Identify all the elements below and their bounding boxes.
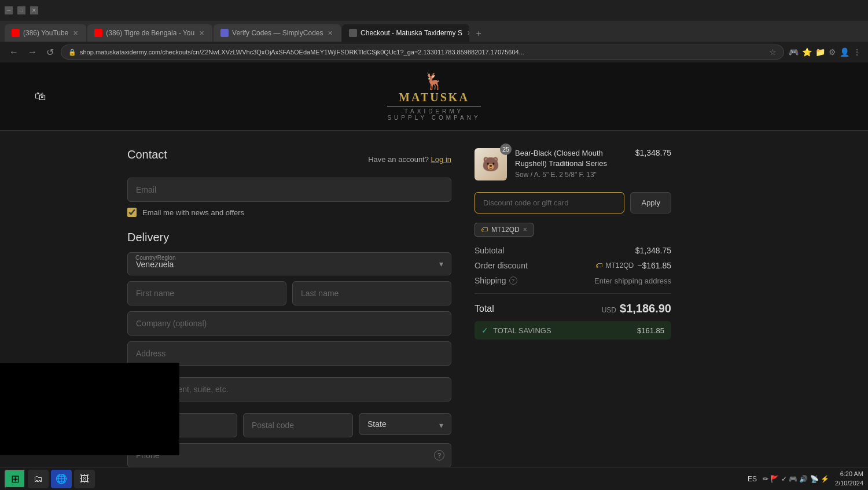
postal-input[interactable] [243, 413, 353, 437]
tab-sc-close[interactable]: ✕ [326, 28, 334, 38]
menu-icon[interactable]: ⋮ [853, 47, 861, 57]
savings-label: TOTAL SAVINGS [493, 326, 551, 335]
savings-icon: ✓ [481, 326, 488, 335]
login-link[interactable]: Log in [431, 155, 451, 164]
country-label: Country/Region [135, 255, 175, 261]
taskbar-icons: ✏ 🚩 ✓ 🎮 🔊 📡 ⚡ [763, 475, 829, 483]
newsletter-checkbox-row: Email me with news and offers [127, 208, 451, 217]
logo-subtitle2: SUPPLY COMPANY [387, 115, 480, 121]
address-bar-icons: ☆ [769, 47, 777, 57]
coupon-remove-button[interactable]: × [523, 226, 527, 234]
discount-amount: −$161.85 [637, 261, 671, 270]
tab-checkout[interactable]: Checkout - Matuska Taxidermy S ✕ [342, 24, 469, 42]
newsletter-checkbox[interactable] [127, 208, 137, 217]
checkout-layout: Contact Have an account? Log in Email me… [116, 131, 752, 490]
sc-icon [220, 29, 229, 37]
back-button[interactable]: ← [7, 46, 21, 58]
product-quantity-badge: 25 [500, 143, 512, 155]
ext-icon-1[interactable]: 🎮 [789, 47, 799, 57]
address-bar[interactable]: 🔒 shop.matuskataxidermy.com/checkouts/cn… [61, 45, 784, 60]
ext-icon-4[interactable]: ⚙ [829, 47, 836, 57]
total-amount: $1,186.90 [620, 302, 671, 315]
company-input[interactable] [127, 311, 451, 336]
first-name-input[interactable] [127, 281, 286, 305]
product-price: $1,348.75 [635, 148, 671, 157]
order-discount-label: Order discount [475, 261, 528, 270]
contact-title: Contact [127, 148, 167, 161]
tab-youtube2[interactable]: (386) Tigre de Bengala - You ✕ [87, 24, 212, 42]
newsletter-label: Email me with news and offers [142, 208, 244, 217]
taskbar: ⊞ 🗂 🌐 🖼 ES ✏ 🚩 ✓ 🎮 🔊 📡 ⚡ 6:20 AM 2/10/20… [0, 467, 868, 490]
shipping-row: Shipping ? Enter shipping address [475, 276, 671, 285]
discount-tag-icon: 🏷 [595, 261, 602, 270]
have-account-text: Have an account? Log in [368, 155, 451, 164]
subtotal-value: $1,348.75 [635, 246, 671, 255]
country-select[interactable]: Venezuela [127, 252, 451, 275]
checkout-icon [349, 29, 357, 37]
coupon-code: MT12QD [491, 226, 520, 234]
tab-youtube1[interactable]: (386) YouTube ✕ [5, 24, 86, 42]
total-row: Total USD $1,186.90 [475, 293, 671, 315]
state-select[interactable]: State [359, 413, 451, 435]
close-button[interactable]: ✕ [30, 6, 38, 14]
subtotal-label: Subtotal [475, 246, 504, 255]
window-controls: ─ □ ✕ [5, 6, 38, 14]
discount-input[interactable] [475, 192, 624, 213]
product-row: 🐻 25 Bear-Black (Closed Mouth Rugshell) … [475, 148, 671, 180]
browser-titlebar: ─ □ ✕ [0, 0, 868, 21]
ext-icon-2[interactable]: ⭐ [802, 47, 812, 57]
taskbar-chrome[interactable]: 🌐 [51, 470, 72, 488]
email-input[interactable] [127, 178, 451, 202]
contact-header: Contact Have an account? Log in [127, 148, 451, 171]
taskbar-app-3[interactable]: 🖼 [74, 470, 95, 488]
reload-button[interactable]: ↺ [44, 46, 56, 59]
taskbar-clock: 6:20 AM 2/10/2024 [835, 470, 863, 488]
ext-icon-3[interactable]: 📁 [815, 47, 825, 57]
tab-yt2-close[interactable]: ✕ [198, 28, 205, 38]
tab-yt2-label: (386) Tigre de Bengala - You [106, 29, 194, 37]
shipping-info-icon[interactable]: ? [509, 277, 517, 285]
subtotal-row: Subtotal $1,348.75 [475, 246, 671, 255]
logo-deer-icon: 🦌 [387, 72, 480, 91]
discount-detail: 🏷 MT12QD −$161.85 [595, 261, 671, 270]
total-value-wrap: USD $1,186.90 [602, 302, 671, 315]
tabs-bar: (386) YouTube ✕ (386) Tigre de Bengala -… [0, 21, 868, 42]
delivery-title: Delivery [127, 231, 451, 244]
last-name-input[interactable] [292, 281, 451, 305]
extension-icons: 🎮 ⭐ 📁 ⚙ 👤 ⋮ [789, 47, 861, 57]
phone-info-icon[interactable]: ? [434, 450, 444, 460]
shipping-label: Shipping ? [475, 276, 517, 285]
profile-icon[interactable]: 👤 [840, 47, 849, 57]
product-variant: Sow / A. 5" E. 2 5/8" F. 13" [515, 171, 627, 179]
logo-subtitle1: TAXIDERMY [387, 108, 480, 115]
tag-icon: 🏷 [481, 226, 488, 234]
tab-yt1-close[interactable]: ✕ [72, 28, 79, 38]
total-currency: USD [602, 306, 616, 314]
apply-button[interactable]: Apply [630, 192, 671, 213]
product-name: Bear-Black (Closed Mouth Rugshell) Tradi… [515, 148, 627, 169]
taskbar-app-1[interactable]: 🗂 [28, 470, 49, 488]
maximize-button[interactable]: □ [17, 6, 25, 14]
site-logo: 🦌 MATUSKA TAXIDERMY SUPPLY COMPANY [387, 72, 480, 121]
address-text: shop.matuskataxidermy.com/checkouts/cn/Z… [80, 49, 524, 56]
start-button[interactable]: ⊞ [5, 470, 25, 488]
minimize-button[interactable]: ─ [5, 6, 13, 14]
lock-icon: 🔒 [68, 49, 76, 56]
forward-button[interactable]: → [25, 46, 39, 58]
taskbar-right: ES ✏ 🚩 ✓ 🎮 🔊 📡 ⚡ 6:20 AM 2/10/2024 [748, 470, 863, 488]
tab-checkout-close[interactable]: ✕ [466, 28, 469, 38]
logo-title: MATUSKA [387, 91, 480, 104]
order-discount-row: Order discount 🏷 MT12QD −$161.85 [475, 261, 671, 270]
total-label: Total [475, 304, 494, 314]
discount-code-label: MT12QD [606, 261, 634, 270]
new-tab-button[interactable]: + [470, 25, 487, 42]
tab-simplycodes[interactable]: Verify Codes — SimplyCodes ✕ [214, 24, 341, 42]
product-image-wrap: 🐻 25 [475, 148, 507, 180]
order-summary: 🐻 25 Bear-Black (Closed Mouth Rugshell) … [475, 148, 671, 473]
cart-icon[interactable]: 🛍 [35, 90, 46, 103]
bookmark-icon[interactable]: ☆ [769, 47, 777, 57]
tab-yt1-label: (386) YouTube [23, 29, 68, 37]
discount-row: Apply [475, 192, 671, 213]
address-input[interactable] [127, 341, 451, 366]
site-header: 🛍 🦌 MATUSKA TAXIDERMY SUPPLY COMPANY [0, 62, 868, 131]
